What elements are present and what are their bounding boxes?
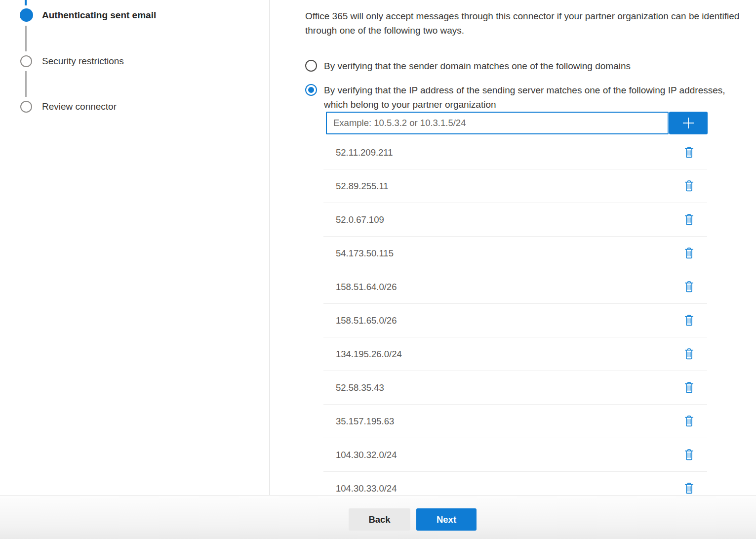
delete-ip-button[interactable] [684,382,694,393]
option-ip-address-label[interactable]: By verifying that the IP address of the … [324,83,736,112]
trash-icon [684,348,694,360]
trash-icon [684,483,694,494]
ip-address-value: 52.58.35.43 [336,382,384,393]
radio-button-icon[interactable] [305,60,317,72]
panel-description: Office 365 will only accept messages thr… [305,9,756,38]
ip-row: 35.157.195.63 [323,405,707,438]
ip-address-value: 54.173.50.115 [336,248,394,259]
ip-row: 52.0.67.109 [323,203,707,237]
next-button[interactable]: Next [416,508,477,531]
authenticating-sent-email-panel: Office 365 will only accept messages thr… [270,0,756,495]
ip-address-value: 52.89.255.11 [336,181,389,192]
verification-options: By verifying that the sender domain matc… [305,59,756,112]
ip-row: 104.30.32.0/24 [323,438,707,472]
ip-address-list: 52.11.209.211 52.89.255.11 [323,136,707,495]
back-button[interactable]: Back [349,508,410,531]
stepper-connector-line [25,26,27,51]
ip-row: 54.173.50.115 [323,237,707,270]
step-circle-review-connector [20,101,32,113]
ip-address-value: 52.11.209.211 [336,147,393,158]
trash-icon [684,415,694,427]
delete-ip-button[interactable] [684,483,694,494]
trash-icon [684,180,694,192]
trash-icon [684,248,694,259]
trash-icon [684,382,694,393]
ip-row: 52.11.209.211 [323,136,707,169]
step-security-restrictions[interactable]: Security restrictions [42,55,124,68]
ip-row: 158.51.65.0/26 [323,304,707,337]
wizard-footer: Back Next [0,495,756,539]
footer-buttons: Back Next [349,508,477,531]
ip-address-value: 134.195.26.0/24 [336,349,402,360]
delete-ip-button[interactable] [684,214,694,225]
delete-ip-button[interactable] [684,415,694,427]
ip-address-value: 104.30.32.0/24 [336,450,397,460]
stepper-connector-line [25,71,27,97]
delete-ip-button[interactable] [684,449,694,460]
add-ip-row [326,112,756,134]
ip-address-value: 158.51.65.0/26 [336,315,397,326]
radio-button-icon[interactable] [305,84,317,96]
ip-address-value: 52.0.67.109 [336,214,384,225]
ip-address-value: 35.157.195.63 [336,416,394,427]
ip-row: 134.195.26.0/24 [323,337,707,371]
ip-address-value: 158.51.64.0/26 [336,282,397,292]
trash-icon [684,147,694,158]
ip-address-value: 104.30.33.0/24 [336,483,397,494]
step-review-connector[interactable]: Review connector [42,100,117,113]
step-circle-security-restrictions [20,55,32,67]
trash-icon [684,214,694,225]
ip-row: 52.89.255.11 [323,169,707,203]
step-active-dot [20,8,33,22]
ip-row: 52.58.35.43 [323,371,707,405]
delete-ip-button[interactable] [684,315,694,326]
plus-icon [681,116,695,130]
option-ip-address[interactable]: By verifying that the IP address of the … [305,83,756,112]
delete-ip-button[interactable] [684,281,694,292]
delete-ip-button[interactable] [684,147,694,158]
delete-ip-button[interactable] [684,248,694,259]
delete-ip-button[interactable] [684,180,694,192]
trash-icon [684,449,694,460]
step-authenticating-sent-email[interactable]: Authenticating sent email [42,9,156,22]
trash-icon [684,315,694,326]
ip-row: 158.51.64.0/26 [323,270,707,304]
ip-row: 104.30.33.0/24 [323,472,707,495]
delete-ip-button[interactable] [684,348,694,360]
ip-address-input[interactable] [326,112,669,134]
option-sender-domain[interactable]: By verifying that the sender domain matc… [305,59,756,73]
option-sender-domain-label[interactable]: By verifying that the sender domain matc… [324,59,631,73]
add-ip-button[interactable] [669,112,708,134]
trash-icon [684,281,694,292]
stepper-completed-line [25,0,27,5]
wizard-stepper-sidebar: Authenticating sent email Security restr… [0,0,270,495]
